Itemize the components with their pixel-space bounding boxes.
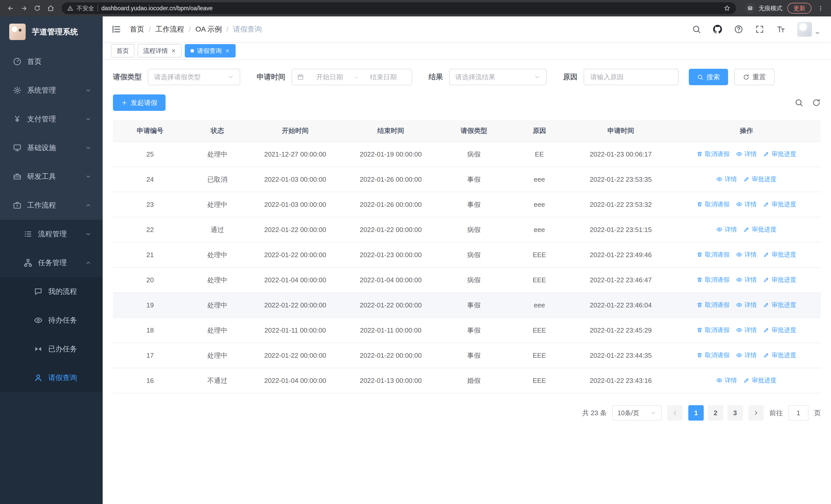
help-icon[interactable] [734,25,743,34]
cell-reason: EE [509,142,569,167]
sidebar-item-payment-management[interactable]: 支付管理 [0,105,103,134]
cell-end: 2022-01-04 00:00:00 [343,267,438,293]
detail-link[interactable]: 详情 [736,276,756,284]
progress-link[interactable]: 审批进度 [763,301,796,309]
sidebar-item-system-management[interactable]: 系统管理 [0,76,103,105]
edit-icon [763,327,769,333]
search-button[interactable]: 搜索 [689,69,728,85]
hamburger-icon[interactable] [111,24,121,34]
sidebar-item-task-management[interactable]: 任务管理 [0,248,103,277]
detail-link[interactable]: 详情 [736,250,756,259]
breadcrumb-item[interactable]: 工作流程 [155,24,184,34]
reason-input[interactable] [583,69,679,85]
progress-link[interactable]: 审批进度 [744,175,776,183]
next-page-button[interactable] [748,405,764,421]
sidebar-item-home[interactable]: 首页 [0,47,103,76]
cancel-link[interactable]: 取消请假 [696,200,729,208]
table-row: 22通过2022-01-22 00:00:002022-01-22 00:00:… [113,217,821,242]
sidebar-item-label: 已办任务 [48,344,77,354]
cell-status: 处理中 [188,293,248,318]
reset-button[interactable]: 重置 [734,69,775,85]
page-3-button[interactable]: 3 [727,405,743,421]
progress-link[interactable]: 审批进度 [763,200,796,208]
detail-link[interactable]: 详情 [736,301,756,309]
user-avatar [797,22,812,37]
font-size-icon[interactable] [776,25,785,34]
cancel-link[interactable]: 取消请假 [696,326,729,334]
progress-link[interactable]: 审批进度 [763,351,796,359]
tab-close-icon[interactable] [171,48,176,53]
progress-link[interactable]: 审批进度 [763,276,796,284]
update-button[interactable]: 更新 [787,3,811,13]
view-tab[interactable]: 流程详情 [138,44,182,58]
view-tab-label: 请假查询 [197,47,222,55]
apply-time-range-picker[interactable]: 开始日期 - 结束日期 [291,69,412,85]
detail-link[interactable]: 详情 [736,200,756,208]
gear-icon [13,86,22,95]
cell-type: 事假 [438,293,510,318]
toggle-search-icon[interactable] [795,98,803,107]
address-bar[interactable]: 不安全 dashboard.yudao.iocoder.cn/bpm/oa/le… [62,2,736,14]
cancel-link[interactable]: 取消请假 [696,301,729,309]
result-select[interactable]: 请选择流结果 [449,69,547,85]
sidebar-item-dev-tools[interactable]: 研发工具 [0,162,103,191]
view-tab[interactable]: 首页 [111,44,135,58]
page-size-select[interactable]: 10条/页 [612,405,662,421]
tab-close-icon[interactable] [225,48,230,53]
create-leave-button[interactable]: 发起请假 [113,94,166,111]
browser-back-button[interactable] [5,2,17,14]
breadcrumb-item[interactable]: OA 示例 [196,24,222,34]
detail-link[interactable]: 详情 [736,326,756,334]
page-1-button[interactable]: 1 [688,405,704,421]
progress-link[interactable]: 审批进度 [744,225,776,234]
sidebar-item-infrastructure[interactable]: 基础设施 [0,134,103,162]
progress-link[interactable]: 审批进度 [744,376,776,384]
cancel-link[interactable]: 取消请假 [696,351,729,359]
refresh-table-icon[interactable] [812,98,821,107]
cell-id: 23 [113,192,188,217]
cancel-link[interactable]: 取消请假 [696,276,729,284]
browser-menu-button[interactable] [814,2,826,14]
cell-status: 处理中 [188,267,248,293]
eye-icon [736,327,742,333]
leave-type-select[interactable]: 请选择请假类型 [148,69,240,85]
cell-start: 2022-01-03 00:00:00 [248,167,343,192]
search-icon[interactable] [692,25,701,34]
breadcrumb-item[interactable]: 首页 [130,24,144,34]
fullscreen-icon[interactable] [755,25,764,34]
detail-link[interactable]: 详情 [736,150,756,158]
detail-link[interactable]: 详情 [716,175,737,183]
browser-home-button[interactable] [45,2,56,14]
cancel-link[interactable]: 取消请假 [696,250,729,259]
sidebar-item-done-tasks[interactable]: 已办任务 [0,335,103,363]
sidebar-item-my-process[interactable]: 我的流程 [0,277,103,306]
view-tab[interactable]: 请假查询 [185,44,236,58]
cell-actions: 取消请假详情审批进度 [672,318,821,343]
detail-link[interactable]: 详情 [716,376,737,384]
goto-page-input[interactable] [789,405,808,421]
sidebar-item-todo-tasks[interactable]: 待办任务 [0,306,103,335]
page-2-button[interactable]: 2 [708,405,723,421]
trash-icon [696,277,703,283]
create-leave-label: 发起请假 [131,98,157,107]
omnibox-divider [97,5,98,11]
github-icon[interactable] [713,25,722,34]
sidebar-item-leave-query[interactable]: 请假查询 [0,363,103,392]
sidebar: 芋道管理系统 首页系统管理支付管理基础设施研发工具工作流程流程管理任务管理我的流… [0,17,103,504]
progress-link[interactable]: 审批进度 [763,250,796,259]
detail-link[interactable]: 详情 [716,225,737,234]
eye-icon [736,277,742,283]
cancel-link[interactable]: 取消请假 [696,150,729,158]
progress-link[interactable]: 审批进度 [763,326,796,334]
sidebar-item-process-management[interactable]: 流程管理 [0,220,103,248]
browser-forward-button[interactable] [18,2,30,14]
sidebar-item-workflow[interactable]: 工作流程 [0,191,103,220]
browser-reload-button[interactable] [31,2,43,14]
user-menu[interactable] [797,22,820,37]
detail-link[interactable]: 详情 [736,351,756,359]
bookmark-star-icon[interactable] [724,5,730,11]
cell-status: 处理中 [188,318,248,343]
progress-link[interactable]: 审批进度 [763,150,796,158]
prev-page-button[interactable] [667,405,683,421]
sidebar-item-label: 系统管理 [27,85,56,95]
